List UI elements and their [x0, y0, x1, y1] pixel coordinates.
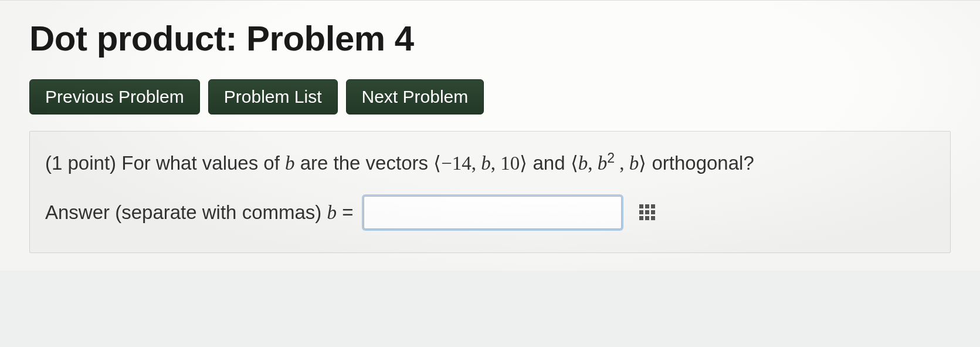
answer-var: b — [327, 202, 337, 223]
variable-b: b — [285, 153, 295, 174]
vector-2-b3: b — [629, 153, 639, 174]
question-lead: For what values of — [121, 152, 285, 174]
vector-1-close: , 10⟩ — [491, 153, 528, 174]
vector-2-comma1: , — [588, 153, 598, 174]
vector-2-open: ⟨ — [571, 153, 578, 174]
answer-label-pre: Answer (separate with commas) — [45, 201, 327, 223]
question-text: (1 point) For what values of b are the v… — [45, 148, 935, 178]
vector-2-exponent: 2 — [607, 150, 615, 166]
problem-page: Dot product: Problem 4 Previous Problem … — [0, 0, 980, 271]
vector-2-comma2: , — [615, 153, 629, 174]
vector-2-b2: b — [598, 153, 608, 174]
vector-1-open: ⟨−14, — [433, 153, 481, 174]
answer-input[interactable] — [364, 196, 622, 229]
problem-list-button[interactable]: Problem List — [208, 79, 338, 114]
question-mid: are the vectors — [295, 152, 434, 174]
page-title: Dot product: Problem 4 — [29, 18, 951, 59]
and-text: and — [527, 152, 570, 174]
next-problem-button[interactable]: Next Problem — [346, 79, 484, 114]
problem-box: (1 point) For what values of b are the v… — [29, 131, 951, 253]
vector-2-close: ⟩ — [639, 153, 646, 174]
keypad-icon[interactable] — [637, 202, 657, 223]
answer-row: Answer (separate with commas) b = — [45, 196, 935, 229]
vector-1-b: b — [481, 153, 491, 174]
previous-problem-button[interactable]: Previous Problem — [29, 79, 200, 114]
vector-2-b1: b — [578, 153, 588, 174]
answer-label: Answer (separate with commas) b = — [45, 201, 353, 224]
points-label: (1 point) — [45, 152, 121, 174]
nav-row: Previous Problem Problem List Next Probl… — [29, 79, 951, 114]
answer-eq: = — [337, 201, 353, 223]
question-tail: orthogonal? — [646, 152, 754, 174]
